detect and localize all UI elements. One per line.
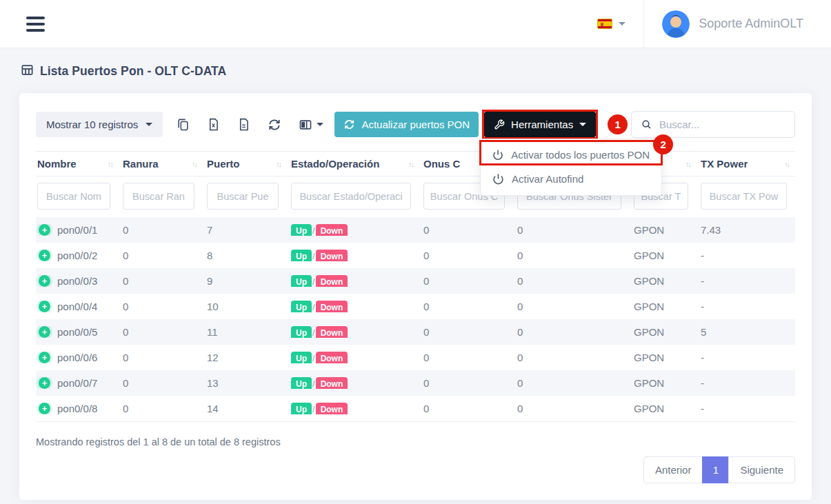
puerto-value: 11 — [206, 326, 290, 338]
filter-input-nombre[interactable] — [37, 183, 110, 210]
wrench-icon — [494, 119, 505, 130]
tools-dropdown-button[interactable]: Herramientas — [484, 112, 596, 137]
menu-toggle-icon[interactable] — [26, 17, 45, 32]
onus-sister-value: 0 — [516, 301, 632, 312]
sort-icon: ↑↓ — [272, 160, 281, 168]
sync-arrows-icon — [268, 118, 281, 132]
onus-sister-value: 0 — [516, 275, 632, 287]
export-file-button[interactable] — [237, 118, 250, 131]
table-row: pon0/0/1 0 7 Up/Down 0 0 GPON 7.43 — [36, 217, 795, 243]
filter-input-ranura[interactable] — [123, 183, 194, 210]
column-header-puerto[interactable]: Puerto↑↓ — [206, 158, 290, 170]
column-header-tx-power[interactable]: TX Power↑↓ — [699, 158, 798, 170]
port-name: pon0/0/7 — [57, 377, 97, 389]
column-visibility-button[interactable] — [299, 118, 323, 132]
onus-sister-value: 0 — [516, 377, 632, 389]
top-navbar: Soporte AdminOLT — [0, 0, 831, 48]
spain-flag-icon — [597, 19, 612, 29]
table-info: Mostrando registros del 1 al 8 de un tot… — [36, 436, 795, 447]
language-selector[interactable] — [579, 19, 643, 29]
onus-value: 0 — [422, 352, 516, 363]
ranura-value: 0 — [121, 301, 206, 312]
file-lines-icon — [237, 118, 250, 131]
status-badge-up: Up — [291, 352, 312, 363]
filter-input-tx-power[interactable] — [701, 183, 787, 210]
filter-input-estado-operacion[interactable] — [291, 183, 411, 210]
table-row: pon0/0/2 0 8 Up/Down 0 0 GPON - — [36, 243, 795, 268]
ranura-value: 0 — [121, 275, 206, 287]
tools-dropdown-menu: 2 Activar todos los puertos PON — [480, 139, 662, 196]
power-icon — [492, 149, 503, 161]
caret-down-icon — [317, 123, 323, 126]
puerto-value: 10 — [206, 301, 290, 312]
tx-power-value: 7.43 — [699, 224, 798, 236]
copy-button[interactable] — [177, 118, 190, 131]
search-input[interactable] — [659, 119, 785, 130]
onus-value: 0 — [422, 275, 516, 287]
expand-row-icon[interactable] — [39, 224, 50, 236]
onus-sister-value: 0 — [516, 352, 632, 363]
user-menu[interactable]: Soporte AdminOLT — [644, 10, 803, 38]
search-icon — [641, 119, 652, 130]
status-badge-up: Up — [291, 224, 312, 236]
table-row: pon0/0/3 0 9 Up/Down 0 0 GPON - — [36, 268, 795, 294]
column-header-estado-operacion[interactable]: Estado/Operación↑↓ — [290, 158, 422, 170]
onus-sister-value: 0 — [516, 326, 632, 338]
table-row: pon0/0/5 0 11 Up/Down 0 0 GPON 5 — [36, 319, 795, 345]
expand-row-icon[interactable] — [39, 301, 50, 312]
status-badge-down: Down — [316, 377, 348, 389]
expand-row-icon[interactable] — [39, 403, 50, 414]
ranura-value: 0 — [121, 377, 206, 389]
tipo-value: GPON — [632, 352, 699, 363]
status-badge-down: Down — [316, 301, 348, 312]
onus-sister-value: 0 — [516, 250, 632, 261]
port-name: pon0/0/8 — [57, 403, 97, 414]
filter-input-puerto[interactable] — [207, 183, 279, 210]
reload-table-button[interactable] — [268, 118, 281, 132]
expand-row-icon[interactable] — [39, 377, 50, 389]
pagination-prev-button[interactable]: Anterior — [643, 456, 703, 483]
expand-row-icon[interactable] — [39, 326, 50, 338]
onus-value: 0 — [422, 326, 516, 338]
update-pon-ports-button[interactable]: Actualizar puertos PON — [334, 112, 479, 137]
onus-sister-value: 0 — [516, 224, 632, 236]
page-title: Lista Puertos Pon - OLT C-DATA — [40, 64, 226, 79]
ranura-value: 0 — [121, 352, 206, 363]
sync-arrows-icon — [343, 119, 355, 130]
status-badge-down: Down — [316, 250, 348, 261]
menu-item-label: Activar Autofind — [512, 173, 583, 185]
badge-separator: / — [312, 276, 315, 287]
port-name: pon0/0/2 — [57, 250, 97, 261]
column-header-ranura[interactable]: Ranura↑↓ — [121, 158, 206, 170]
table-grid-icon — [21, 63, 34, 79]
avatar — [662, 10, 690, 38]
tx-power-value: - — [699, 301, 798, 312]
show-records-dropdown[interactable]: Mostrar 10 registros — [36, 112, 163, 137]
menu-item-activate-all-pon-ports[interactable]: Activar todos los puertos PON — [481, 143, 661, 167]
menu-item-label: Activar todos los puertos PON — [511, 149, 650, 161]
export-excel-button[interactable] — [207, 118, 220, 131]
pagination-page-1[interactable]: 1 — [702, 456, 729, 483]
badge-separator: / — [312, 353, 315, 363]
caret-down-icon — [579, 123, 586, 126]
status-badge-down: Down — [316, 224, 348, 236]
status-badge-up: Up — [291, 275, 312, 287]
sort-icon: ↑↓ — [681, 160, 690, 168]
onus-value: 0 — [422, 250, 516, 261]
expand-row-icon[interactable] — [39, 250, 50, 261]
tx-power-value: - — [699, 275, 798, 287]
column-header-nombre[interactable]: Nombre↑↓ — [36, 158, 121, 170]
annotation-badge-1: 1 — [608, 114, 628, 134]
onus-value: 0 — [422, 403, 516, 414]
status-badge-up: Up — [291, 403, 312, 414]
columns-icon — [299, 118, 312, 132]
update-pon-ports-label: Actualizar puertos PON — [361, 119, 470, 130]
sort-icon: ↑↓ — [780, 160, 789, 168]
tx-power-value: - — [699, 352, 798, 363]
menu-item-activate-autofind[interactable]: Activar Autofind — [481, 167, 661, 191]
pagination-next-button[interactable]: Siguiente — [728, 456, 795, 483]
expand-row-icon[interactable] — [39, 352, 50, 363]
expand-row-icon[interactable] — [39, 275, 50, 287]
user-name: Soporte AdminOLT — [699, 17, 803, 31]
tipo-value: GPON — [632, 326, 699, 338]
